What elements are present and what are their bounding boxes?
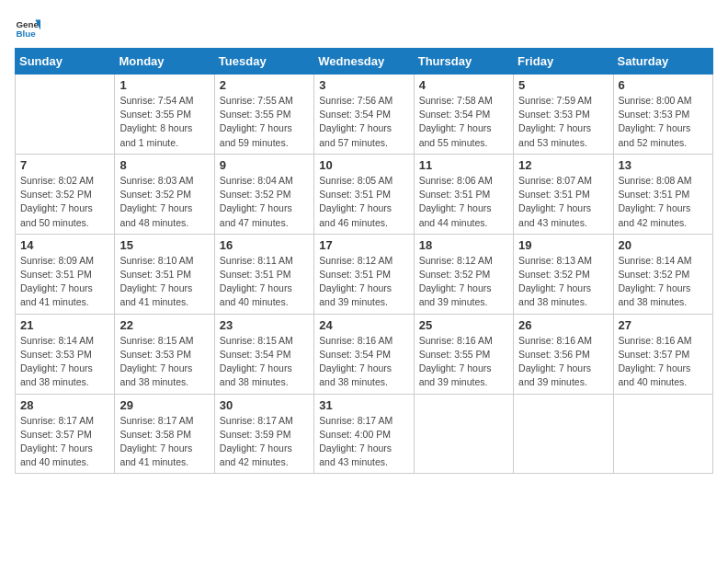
calendar-cell: 20Sunrise: 8:14 AMSunset: 3:52 PMDayligh… xyxy=(613,234,712,314)
day-info: Sunrise: 8:14 AMSunset: 3:52 PMDaylight:… xyxy=(619,254,708,310)
day-info: Sunrise: 8:10 AMSunset: 3:51 PMDaylight:… xyxy=(119,254,209,310)
calendar-cell: 28Sunrise: 8:17 AMSunset: 3:57 PMDayligh… xyxy=(16,394,115,474)
day-number: 31 xyxy=(319,398,408,412)
day-info: Sunrise: 7:54 AMSunset: 3:55 PMDaylight:… xyxy=(119,94,209,150)
calendar-cell: 31Sunrise: 8:17 AMSunset: 4:00 PMDayligh… xyxy=(314,394,414,474)
calendar-header-row: SundayMondayTuesdayWednesdayThursdayFrid… xyxy=(16,49,713,75)
calendar-cell: 7Sunrise: 8:02 AMSunset: 3:52 PMDaylight… xyxy=(16,154,115,234)
day-number: 19 xyxy=(518,238,608,252)
day-info: Sunrise: 8:11 AMSunset: 3:51 PMDaylight:… xyxy=(220,254,309,310)
day-info: Sunrise: 8:09 AMSunset: 3:51 PMDaylight:… xyxy=(20,254,109,310)
day-number: 10 xyxy=(319,158,408,172)
calendar-header-wednesday: Wednesday xyxy=(314,49,414,75)
day-info: Sunrise: 8:17 AMSunset: 3:57 PMDaylight:… xyxy=(20,414,109,470)
calendar-week-row: 14Sunrise: 8:09 AMSunset: 3:51 PMDayligh… xyxy=(16,234,713,314)
day-info: Sunrise: 8:02 AMSunset: 3:52 PMDaylight:… xyxy=(20,174,109,230)
day-info: Sunrise: 7:55 AMSunset: 3:55 PMDaylight:… xyxy=(220,94,309,150)
day-info: Sunrise: 8:05 AMSunset: 3:51 PMDaylight:… xyxy=(319,174,408,230)
calendar-cell: 21Sunrise: 8:14 AMSunset: 3:53 PMDayligh… xyxy=(16,314,115,394)
calendar-cell: 30Sunrise: 8:17 AMSunset: 3:59 PMDayligh… xyxy=(214,394,313,474)
calendar-header-sunday: Sunday xyxy=(16,49,115,75)
calendar-cell: 12Sunrise: 8:07 AMSunset: 3:51 PMDayligh… xyxy=(514,154,613,234)
calendar-cell: 24Sunrise: 8:16 AMSunset: 3:54 PMDayligh… xyxy=(314,314,414,394)
calendar-header-thursday: Thursday xyxy=(414,49,513,75)
calendar-cell: 6Sunrise: 8:00 AMSunset: 3:53 PMDaylight… xyxy=(613,75,712,155)
day-number: 20 xyxy=(619,238,708,252)
day-number: 27 xyxy=(619,318,708,332)
day-number: 16 xyxy=(220,238,309,252)
calendar-week-row: 21Sunrise: 8:14 AMSunset: 3:53 PMDayligh… xyxy=(16,314,713,394)
day-number: 3 xyxy=(319,78,408,92)
day-info: Sunrise: 8:06 AMSunset: 3:51 PMDaylight:… xyxy=(419,174,508,230)
calendar-cell: 10Sunrise: 8:05 AMSunset: 3:51 PMDayligh… xyxy=(314,154,414,234)
day-number: 22 xyxy=(119,318,209,332)
day-info: Sunrise: 8:17 AMSunset: 4:00 PMDaylight:… xyxy=(319,414,408,470)
day-number: 14 xyxy=(20,238,109,252)
day-info: Sunrise: 8:17 AMSunset: 3:59 PMDaylight:… xyxy=(220,414,309,470)
day-number: 11 xyxy=(419,158,508,172)
day-info: Sunrise: 8:12 AMSunset: 3:51 PMDaylight:… xyxy=(319,254,408,310)
calendar-cell: 2Sunrise: 7:55 AMSunset: 3:55 PMDaylight… xyxy=(214,75,313,155)
calendar-cell: 8Sunrise: 8:03 AMSunset: 3:52 PMDaylight… xyxy=(115,154,214,234)
calendar-cell xyxy=(514,394,613,474)
day-info: Sunrise: 8:00 AMSunset: 3:53 PMDaylight:… xyxy=(619,94,708,150)
calendar-cell: 13Sunrise: 8:08 AMSunset: 3:51 PMDayligh… xyxy=(613,154,712,234)
day-number: 30 xyxy=(220,398,309,412)
calendar-cell: 18Sunrise: 8:12 AMSunset: 3:52 PMDayligh… xyxy=(414,234,513,314)
day-info: Sunrise: 8:16 AMSunset: 3:56 PMDaylight:… xyxy=(518,334,608,390)
day-info: Sunrise: 8:13 AMSunset: 3:52 PMDaylight:… xyxy=(518,254,608,310)
calendar-cell: 22Sunrise: 8:15 AMSunset: 3:53 PMDayligh… xyxy=(115,314,214,394)
logo: General Blue xyxy=(15,15,44,40)
day-info: Sunrise: 8:16 AMSunset: 3:54 PMDaylight:… xyxy=(319,334,408,390)
calendar-cell: 23Sunrise: 8:15 AMSunset: 3:54 PMDayligh… xyxy=(214,314,313,394)
calendar-cell: 29Sunrise: 8:17 AMSunset: 3:58 PMDayligh… xyxy=(115,394,214,474)
calendar-cell: 16Sunrise: 8:11 AMSunset: 3:51 PMDayligh… xyxy=(214,234,313,314)
day-number: 25 xyxy=(419,318,508,332)
day-info: Sunrise: 8:07 AMSunset: 3:51 PMDaylight:… xyxy=(518,174,608,230)
calendar-cell: 26Sunrise: 8:16 AMSunset: 3:56 PMDayligh… xyxy=(514,314,613,394)
day-info: Sunrise: 8:08 AMSunset: 3:51 PMDaylight:… xyxy=(619,174,708,230)
day-number: 7 xyxy=(20,158,109,172)
day-number: 15 xyxy=(119,238,209,252)
calendar-cell: 25Sunrise: 8:16 AMSunset: 3:55 PMDayligh… xyxy=(414,314,513,394)
calendar-cell: 17Sunrise: 8:12 AMSunset: 3:51 PMDayligh… xyxy=(314,234,414,314)
day-info: Sunrise: 7:56 AMSunset: 3:54 PMDaylight:… xyxy=(319,94,408,150)
day-number: 12 xyxy=(518,158,608,172)
day-info: Sunrise: 8:16 AMSunset: 3:57 PMDaylight:… xyxy=(619,334,708,390)
calendar-cell: 5Sunrise: 7:59 AMSunset: 3:53 PMDaylight… xyxy=(514,75,613,155)
calendar-cell xyxy=(613,394,712,474)
day-info: Sunrise: 7:59 AMSunset: 3:53 PMDaylight:… xyxy=(518,94,608,150)
day-info: Sunrise: 8:16 AMSunset: 3:55 PMDaylight:… xyxy=(419,334,508,390)
calendar-week-row: 28Sunrise: 8:17 AMSunset: 3:57 PMDayligh… xyxy=(16,394,713,474)
day-number: 23 xyxy=(220,318,309,332)
calendar-cell: 3Sunrise: 7:56 AMSunset: 3:54 PMDaylight… xyxy=(314,75,414,155)
day-number: 6 xyxy=(619,78,708,92)
day-number: 4 xyxy=(419,78,508,92)
calendar-cell: 9Sunrise: 8:04 AMSunset: 3:52 PMDaylight… xyxy=(214,154,313,234)
day-number: 5 xyxy=(518,78,608,92)
logo-icon: General Blue xyxy=(15,15,40,40)
calendar-cell: 14Sunrise: 8:09 AMSunset: 3:51 PMDayligh… xyxy=(16,234,115,314)
calendar-cell: 15Sunrise: 8:10 AMSunset: 3:51 PMDayligh… xyxy=(115,234,214,314)
day-number: 13 xyxy=(619,158,708,172)
day-number: 2 xyxy=(220,78,309,92)
day-info: Sunrise: 8:14 AMSunset: 3:53 PMDaylight:… xyxy=(20,334,109,390)
day-number: 1 xyxy=(119,78,209,92)
day-number: 29 xyxy=(119,398,209,412)
calendar-header-monday: Monday xyxy=(115,49,214,75)
calendar-header-tuesday: Tuesday xyxy=(214,49,313,75)
day-number: 17 xyxy=(319,238,408,252)
calendar-week-row: 1Sunrise: 7:54 AMSunset: 3:55 PMDaylight… xyxy=(16,75,713,155)
calendar-cell xyxy=(414,394,513,474)
calendar-cell: 1Sunrise: 7:54 AMSunset: 3:55 PMDaylight… xyxy=(115,75,214,155)
day-info: Sunrise: 7:58 AMSunset: 3:54 PMDaylight:… xyxy=(419,94,508,150)
day-number: 28 xyxy=(20,398,109,412)
calendar-table: SundayMondayTuesdayWednesdayThursdayFrid… xyxy=(15,48,713,474)
calendar-header-saturday: Saturday xyxy=(613,49,712,75)
day-info: Sunrise: 8:15 AMSunset: 3:54 PMDaylight:… xyxy=(220,334,309,390)
day-info: Sunrise: 8:15 AMSunset: 3:53 PMDaylight:… xyxy=(119,334,209,390)
day-info: Sunrise: 8:17 AMSunset: 3:58 PMDaylight:… xyxy=(119,414,209,470)
day-info: Sunrise: 8:03 AMSunset: 3:52 PMDaylight:… xyxy=(119,174,209,230)
calendar-header-friday: Friday xyxy=(514,49,613,75)
calendar-cell: 19Sunrise: 8:13 AMSunset: 3:52 PMDayligh… xyxy=(514,234,613,314)
